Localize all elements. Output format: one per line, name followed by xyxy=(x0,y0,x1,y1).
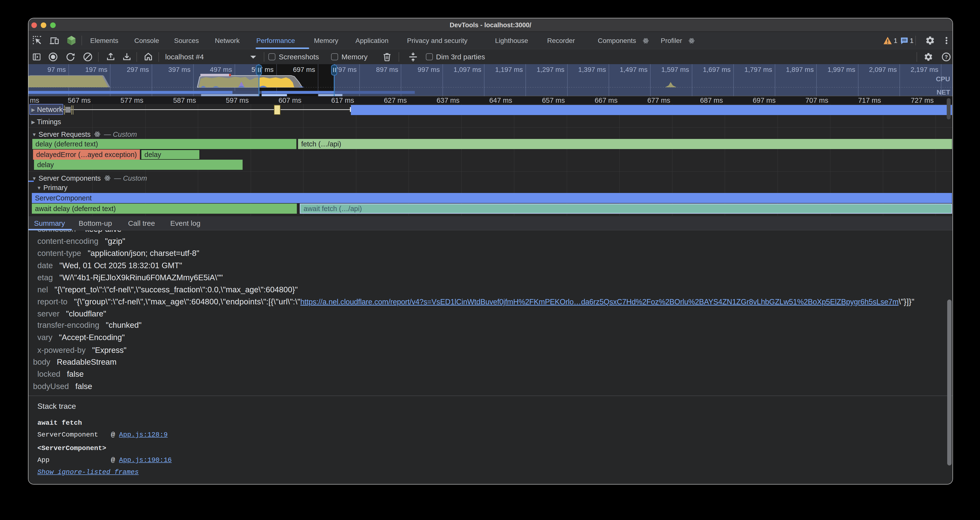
svg-text:?: ? xyxy=(945,54,948,60)
